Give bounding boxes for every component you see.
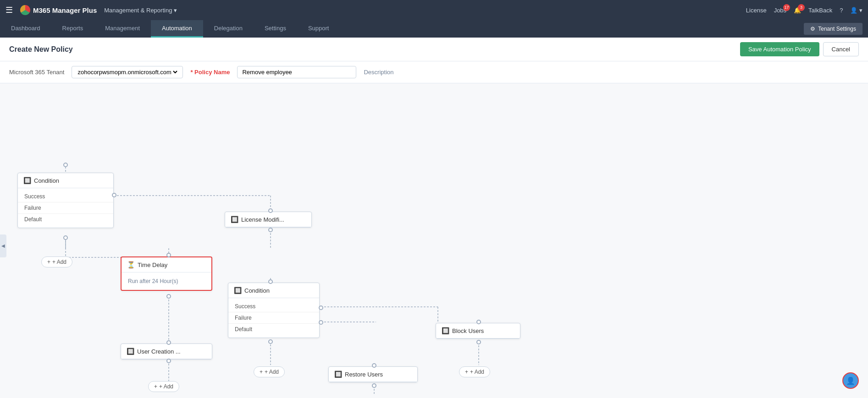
tab-reports[interactable]: Reports [51,20,94,38]
time-delay-bottom-dot [166,294,171,299]
cancel-button[interactable]: Cancel [823,42,859,56]
restore-users-node[interactable]: 🔲 Restore Users [328,366,418,382]
condition2-default[interactable]: Default [228,324,319,335]
condition2-success[interactable]: Success [228,301,319,312]
chevron-down-icon: ▾ [174,7,177,14]
user-menu[interactable]: 👤 ▾ [850,7,862,14]
header-actions: Save Automation Policy Cancel [740,42,859,56]
condition2-node[interactable]: 🔲 Condition Success Failure Default [228,283,320,338]
page-title: Create New Policy [9,45,73,54]
plus-icon-left: + [47,259,50,265]
left-panel-toggle[interactable]: ◀ [0,234,6,257]
user-avatar-button[interactable]: 👤 [842,372,859,389]
condition1-success[interactable]: Success [18,191,113,202]
tenant-dropdown[interactable]: zohocorpwsmopm.onmicrosoft.com [76,68,179,76]
tab-management[interactable]: Management [94,20,151,38]
jobs-count: 17 [783,4,790,11]
license-title: License Modifi... [241,216,284,223]
license-link[interactable]: License [746,7,767,14]
tenant-label: Microsoft 365 Tenant [9,69,64,76]
tab-navigation: Dashboard Reports Management Automation … [0,20,868,38]
add-button-condition2[interactable]: + + Add [254,366,285,377]
condition1-default[interactable]: Default [18,214,113,225]
management-dropdown[interactable]: Management & Reporting ▾ [104,7,177,14]
description-link[interactable]: Description [364,69,393,76]
condition2-failure-dot [319,320,323,325]
restore-users-top-dot [372,363,376,368]
tab-automation[interactable]: Automation [151,20,203,38]
time-delay-top-dot [166,253,171,257]
time-delay-icon: ⏳ [127,261,135,268]
time-delay-title: Time Delay [138,262,167,268]
condition2-bottom-dot [268,339,273,344]
help-icon[interactable]: ? [840,7,843,14]
page-header: Create New Policy Save Automation Policy… [0,38,868,61]
policy-config-bar: Microsoft 365 Tenant zohocorpwsmopm.onmi… [0,61,868,83]
user-creation-title: User Creation ... [137,348,181,355]
condition2-top-dot [268,279,273,284]
block-users-node[interactable]: 🔲 Block Users [436,323,520,339]
flow-canvas: ◀ [0,83,868,398]
jobs-badge[interactable]: Jobs 17 [774,7,786,14]
user-creation-icon: 🔲 [127,348,134,355]
time-delay-node[interactable]: ⏳ Time Delay Run after 24 Hour(s) [121,256,212,291]
top-connector-dot [63,163,68,167]
brand-circle-icon [20,5,30,15]
license-icon: 🔲 [231,216,238,223]
license-modify-node[interactable]: 🔲 License Modifi... [225,212,312,228]
restore-users-icon: 🔲 [334,371,342,378]
brand-logo: M365 Manager Plus [20,5,97,15]
add-button-left[interactable]: + + Add [41,256,72,267]
block-users-top-dot [476,320,481,324]
top-bar: ☰ M365 Manager Plus Management & Reporti… [0,0,868,20]
plus-icon-uc: + [154,383,157,390]
tenant-settings-button[interactable]: ⚙ Tenant Settings [804,23,862,35]
license-bottom-dot [268,228,273,232]
block-users-bottom-dot [476,340,481,344]
restore-users-bottom-dot [372,383,376,388]
user-creation-bottom-dot [166,359,171,363]
block-users-title: Block Users [452,327,484,334]
add-button-block-users[interactable]: + + Add [459,366,490,377]
gear-icon: ⚙ [810,26,815,32]
tab-delegation[interactable]: Delegation [203,20,254,38]
add-button-user-creation[interactable]: + + Add [148,381,179,392]
notification-count: 3 [798,4,805,11]
hamburger-menu[interactable]: ☰ [6,5,13,15]
condition1-title: Condition [34,177,59,184]
condition1-success-dot [112,193,116,197]
tab-settings[interactable]: Settings [254,20,297,38]
save-automation-policy-button[interactable]: Save Automation Policy [740,42,819,56]
talkback-link[interactable]: TalkBack [808,7,832,14]
policy-name-label: * Policy Name [190,69,230,76]
plus-icon-cond2: + [260,369,263,375]
policy-name-input[interactable] [237,66,356,78]
tab-dashboard[interactable]: Dashboard [0,20,51,38]
brand-name: M365 Manager Plus [33,6,97,14]
time-delay-sublabel: Run after 24 Hour(s) [122,275,211,287]
tab-support[interactable]: Support [297,20,340,38]
condition2-success-dot [319,305,323,310]
condition1-node[interactable]: 🔲 Condition Success Failure Default [17,173,114,228]
notification-bell[interactable]: 🔔 3 [794,7,801,14]
block-users-icon: 🔲 [442,327,449,334]
user-creation-top-dot [166,340,171,345]
condition1-bottom-dot [63,235,68,240]
condition2-title: Condition [244,287,270,294]
license-top-dot [268,208,273,213]
restore-users-title: Restore Users [345,371,383,378]
condition2-icon: 🔲 [234,287,242,294]
condition-icon: 🔲 [23,177,31,184]
condition1-failure[interactable]: Failure [18,202,113,214]
tenant-select[interactable]: zohocorpwsmopm.onmicrosoft.com [72,66,183,78]
plus-icon-block: + [465,369,468,375]
condition2-failure[interactable]: Failure [228,312,319,324]
user-creation-node[interactable]: 🔲 User Creation ... [121,343,212,360]
